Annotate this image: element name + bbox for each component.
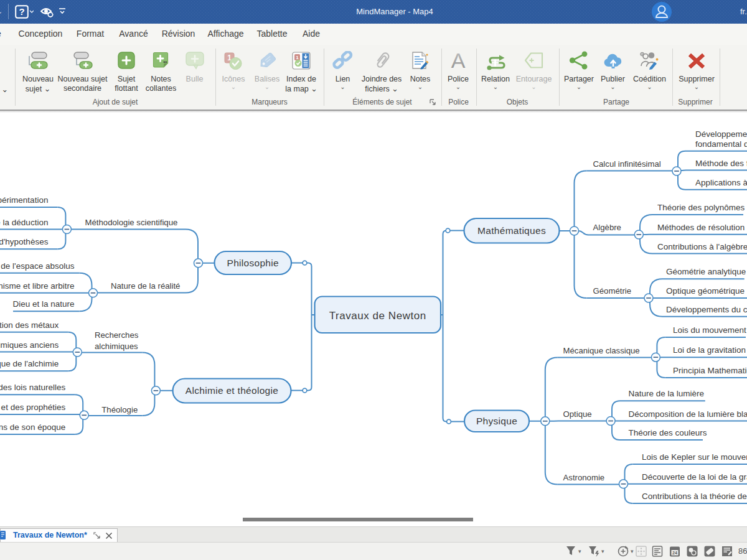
svg-text:Loi de la gravitation universe: Loi de la gravitation universelle [673,345,747,355]
svg-text:Découverte de la loi de la gra: Découverte de la loi de la gravitation [642,472,747,482]
svg-text:Calcul infinitésimal: Calcul infinitésimal [593,159,661,169]
svg-text:Mathématiques: Mathématiques [477,225,546,236]
svg-text:Textes alchimiques anciens: Textes alchimiques anciens [0,340,59,350]
svg-text:Pratique de l'alchimie: Pratique de l'alchimie [0,359,59,368]
svg-text:Dieu et la nature: Dieu et la nature [12,299,74,309]
svg-text:Développement du théorème: Développement du théorème [695,129,747,139]
svg-text:Algèbre: Algèbre [593,223,621,232]
svg-text:Nature de la lumière: Nature de la lumière [629,389,705,398]
svg-text:Formulation d'hypothèses: Formulation d'hypothèses [0,237,49,246]
svg-text:Contributions à l'algèbre mode: Contributions à l'algèbre moderne [657,242,747,251]
svg-text:alchimiques: alchimiques [95,342,138,351]
svg-text:Mécanique classique: Mécanique classique [563,346,640,355]
svg-text:Développements du calcul: Développements du calcul [666,305,747,314]
svg-text:Travaux de Newton: Travaux de Newton [329,310,426,322]
svg-text:Géométrie analytique: Géométrie analytique [666,267,746,276]
svg-text:Recherches: Recherches [95,330,139,340]
svg-text:Décomposition de la lumière bl: Décomposition de la lumière blanche [629,409,747,419]
svg-text:24: 24 [672,551,677,555]
svg-text:Transmutation des métaux: Transmutation des métaux [0,320,59,330]
svg-text:fondamental du calcul: fondamental du calcul [695,139,747,149]
svg-text:Théorie des polynômes: Théorie des polynômes [657,203,745,212]
svg-text:Utilisation de la déduction: Utilisation de la déduction [0,218,48,227]
svg-text:?: ? [19,6,24,17]
svg-text:Contributions à la théorie des: Contributions à la théorie des comètes [642,492,747,501]
svg-text:Physique: Physique [476,416,517,426]
svg-text:Expérimentation: Expérimentation [0,195,48,205]
svg-text:Déterminisme et libre arbitre: Déterminisme et libre arbitre [0,281,75,291]
svg-text:1: 1 [296,55,299,60]
svg-text:Applications à la physique: Applications à la physique [695,178,747,187]
svg-text:Lois de Kepler sur le mouvemen: Lois de Kepler sur le mouvement des plan… [642,452,747,462]
svg-text:Nature de la réalité: Nature de la réalité [111,281,180,291]
svg-text:Géométrie: Géométrie [593,286,632,296]
svg-text:Astronomie: Astronomie [563,473,605,482]
svg-text:Méthode des fluxions: Méthode des fluxions [695,159,747,168]
svg-text:Optique géométrique: Optique géométrique [666,286,745,296]
svg-text:Critique des théologiens de so: Critique des théologiens de son époque [0,422,65,432]
svg-text:Principia Mathematica: Principia Mathematica [673,366,747,375]
svg-text:Théologie: Théologie [101,405,138,414]
svg-text:Méthodes de résolution des équ: Méthodes de résolution des équations [657,223,747,232]
svg-text:Optique: Optique [563,409,592,419]
svg-text:Philosophie: Philosophie [227,258,279,268]
svg-text:A: A [451,51,466,72]
svg-text:Méthodologie scientifique: Méthodologie scientifique [85,218,178,227]
svg-text:Lois du mouvement: Lois du mouvement [673,325,746,335]
svg-text:Concept du temps et de l'espac: Concept du temps et de l'espace absolus [0,261,75,271]
svg-text:Alchimie et théologie: Alchimie et théologie [186,385,278,396]
svg-text:Théorie des couleurs: Théorie des couleurs [629,428,707,437]
svg-text:Étude de la Bible et des proph: Étude de la Bible et des prophéties [0,403,65,412]
svg-text:Interprétation des lois nature: Interprétation des lois naturelles [0,383,65,392]
